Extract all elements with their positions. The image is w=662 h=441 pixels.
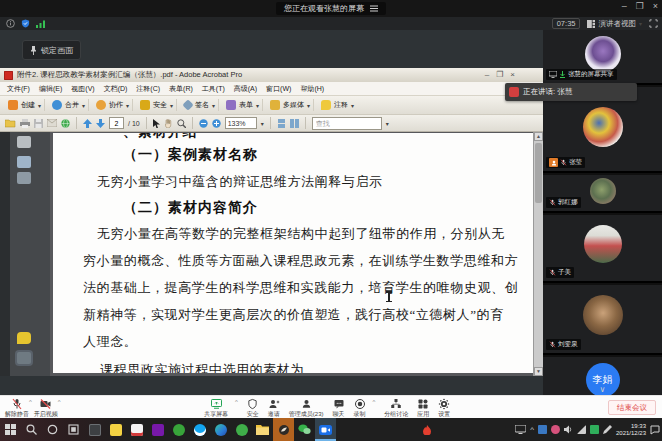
acrobat-titlebar[interactable]: 附件2. 课程思政教学素材案例汇编（张慧）.pdf - Adobe Acroba… bbox=[0, 68, 543, 82]
network-signal-icon[interactable] bbox=[36, 20, 46, 28]
unmute-options-caret[interactable]: ^ bbox=[29, 399, 32, 405]
minimize-button[interactable]: – bbox=[622, 0, 627, 13]
close-button[interactable]: × bbox=[653, 0, 658, 13]
record-options-caret[interactable]: ^ bbox=[373, 399, 376, 405]
active-orange-app-icon[interactable] bbox=[273, 418, 294, 441]
file-explorer-icon[interactable] bbox=[252, 418, 273, 441]
menu-edit[interactable]: 编辑(E) bbox=[39, 84, 62, 94]
menu-file[interactable]: 文件(F) bbox=[7, 84, 30, 94]
bookmarks-icon[interactable] bbox=[17, 156, 31, 168]
tray-pen-icon[interactable] bbox=[603, 425, 612, 434]
participant-tile-share[interactable]: 张慧的屏幕共享 bbox=[543, 30, 662, 85]
onenote-app-icon[interactable] bbox=[147, 418, 168, 441]
comments-pane-icon[interactable] bbox=[17, 332, 31, 344]
settings-button[interactable]: 设置 bbox=[438, 398, 450, 417]
taskbar-search-icon[interactable] bbox=[21, 418, 42, 441]
participant-tile[interactable]: 郭红娜 bbox=[543, 175, 662, 213]
taskbar-clock[interactable]: 19:33 2021/12/23 bbox=[616, 423, 646, 437]
participant-tile[interactable]: 李娟 ∨ bbox=[543, 357, 662, 395]
encryption-shield-icon[interactable] bbox=[21, 19, 30, 28]
zoom-dropdown-icon[interactable]: ▾ bbox=[261, 120, 264, 127]
find-dropdown-icon[interactable]: ▾ bbox=[386, 120, 389, 127]
participant-tile[interactable]: 刘雯泉 bbox=[543, 285, 662, 355]
acrobat-restore-button[interactable]: ❐ bbox=[496, 70, 503, 80]
signatures-icon[interactable] bbox=[17, 172, 31, 184]
task-view-icon[interactable] bbox=[63, 418, 84, 441]
scrollbar-thumb[interactable] bbox=[535, 143, 542, 203]
hamburger-menu-icon[interactable] bbox=[370, 5, 378, 12]
find-input[interactable] bbox=[312, 117, 382, 130]
menu-advanced[interactable]: 高级(A) bbox=[234, 84, 257, 94]
menu-view[interactable]: 视图(V) bbox=[71, 84, 94, 94]
tool-multimedia[interactable]: 多媒体▾ bbox=[267, 99, 314, 111]
tray-network-icon[interactable] bbox=[577, 425, 586, 434]
unmute-button[interactable]: 解除静音 bbox=[5, 398, 29, 417]
calculator-app-icon[interactable] bbox=[84, 418, 105, 441]
fit-page-icon[interactable] bbox=[290, 119, 299, 128]
pdf-page[interactable]: 一、素材介绍 （一）案例素材名称 无穷小量学习中蕴含的辩证思维方法阐释与启示 （… bbox=[53, 133, 533, 373]
invite-button[interactable]: 邀请 bbox=[268, 398, 280, 417]
restore-button[interactable]: ❐ bbox=[636, 0, 644, 13]
wechat-work-app-icon[interactable] bbox=[126, 418, 147, 441]
save-icon[interactable] bbox=[34, 119, 43, 128]
view-mode-button[interactable]: 演讲者视图 ▾ bbox=[587, 19, 642, 29]
info-icon[interactable] bbox=[6, 19, 15, 28]
record-button[interactable]: 录制 bbox=[354, 398, 366, 417]
page-number-input[interactable] bbox=[109, 117, 124, 129]
breakout-rooms-button[interactable]: 分组讨论 bbox=[384, 398, 408, 417]
menu-forms[interactable]: 表单(R) bbox=[169, 84, 193, 94]
zoom-out-icon[interactable] bbox=[199, 119, 208, 128]
flame-notification-icon[interactable] bbox=[423, 425, 431, 435]
scroll-down-arrow[interactable]: ▼ bbox=[534, 367, 543, 376]
email-icon[interactable] bbox=[47, 119, 57, 127]
participant-tile[interactable]: 子美 bbox=[543, 215, 662, 283]
start-button[interactable] bbox=[0, 418, 21, 441]
tray-app-pink-icon[interactable] bbox=[551, 425, 560, 434]
print-icon[interactable] bbox=[20, 119, 30, 128]
select-tool-icon[interactable] bbox=[153, 119, 160, 128]
apps-button[interactable]: 应用 bbox=[417, 398, 429, 417]
acrobat-close-button[interactable]: × bbox=[510, 70, 515, 80]
video-options-caret[interactable]: ^ bbox=[58, 399, 61, 405]
menu-tools[interactable]: 工具(T) bbox=[202, 84, 225, 94]
menu-help[interactable]: 帮助(H) bbox=[300, 84, 324, 94]
tray-shield-green-icon[interactable] bbox=[590, 425, 599, 434]
tool-forms[interactable]: 表单▾ bbox=[223, 99, 263, 111]
menu-document[interactable]: 文档(D) bbox=[104, 84, 128, 94]
share-options-caret[interactable]: ^ bbox=[235, 399, 238, 405]
tray-defender-icon[interactable] bbox=[538, 425, 547, 434]
start-video-button[interactable]: 开启视频 bbox=[34, 398, 58, 417]
qq-app-icon[interactable] bbox=[189, 418, 210, 441]
menu-window[interactable]: 窗口(W) bbox=[266, 84, 291, 94]
share-screen-button[interactable]: 共享屏幕 bbox=[204, 398, 228, 417]
page-thumbnails-icon[interactable] bbox=[17, 136, 31, 148]
tool-create[interactable]: 创建▾ bbox=[5, 99, 45, 111]
open-file-icon[interactable] bbox=[5, 119, 16, 128]
scroll-more-chevron-icon[interactable]: ∨ bbox=[600, 386, 606, 394]
document-scrollbar[interactable]: ▲ ▼ bbox=[533, 132, 543, 376]
tool-combine[interactable]: 合并▾ bbox=[49, 99, 89, 111]
acrobat-minimize-button[interactable]: – bbox=[485, 70, 489, 80]
tool-comment[interactable]: 注释▾ bbox=[318, 99, 357, 111]
attachments-pane-icon[interactable] bbox=[17, 352, 31, 364]
tool-sign[interactable]: 签名▾ bbox=[181, 99, 219, 111]
cortana-icon[interactable] bbox=[42, 418, 63, 441]
tray-volume-icon[interactable] bbox=[564, 425, 573, 434]
zoom-in-icon[interactable] bbox=[212, 119, 221, 128]
wechat-app-icon[interactable] bbox=[294, 418, 315, 441]
fullscreen-icon[interactable] bbox=[649, 19, 658, 28]
wps-app-icon[interactable] bbox=[168, 418, 189, 441]
action-center-icon[interactable] bbox=[650, 425, 660, 435]
pin-view-button[interactable]: 锁定画面 bbox=[22, 40, 81, 60]
tool-collaborate[interactable]: 协作▾ bbox=[93, 99, 133, 111]
menu-comments[interactable]: 注释(C) bbox=[136, 84, 160, 94]
security-button[interactable]: 安全 bbox=[247, 398, 259, 417]
tencent-meeting-app-icon[interactable] bbox=[315, 418, 336, 441]
zoom-level-select[interactable]: 133% bbox=[225, 117, 257, 129]
marquee-zoom-icon[interactable] bbox=[177, 119, 186, 128]
scrolling-mode-icon[interactable] bbox=[277, 119, 286, 128]
chat-button[interactable]: 聊天 bbox=[333, 398, 345, 417]
end-meeting-button[interactable]: 结束会议 bbox=[608, 400, 656, 415]
previous-page-icon[interactable] bbox=[83, 119, 92, 128]
scroll-up-arrow[interactable]: ▲ bbox=[534, 132, 543, 141]
